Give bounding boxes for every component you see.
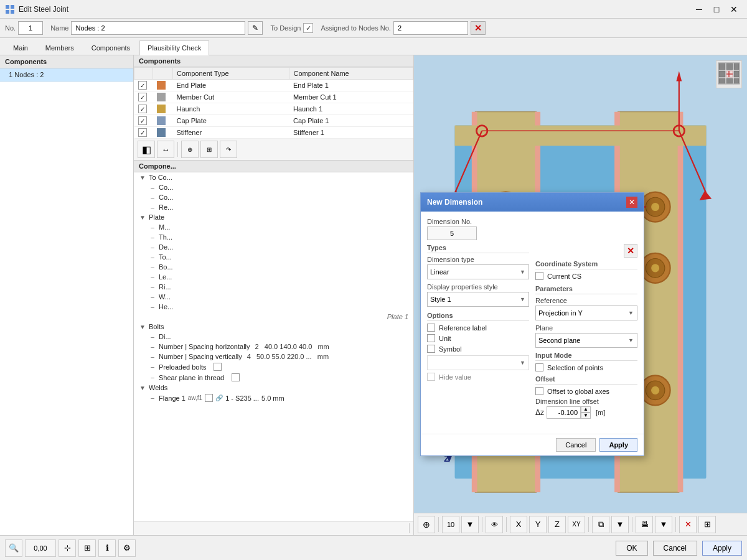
row-color: [157, 128, 166, 137]
tree-item-re1[interactable]: –Re...: [144, 202, 413, 212]
to-design-checkbox[interactable]: [303, 23, 313, 33]
hide-value-checkbox[interactable]: [427, 373, 435, 381]
delete-button[interactable]: ✕: [624, 244, 637, 258]
canvas-toolbar-btn3[interactable]: ▼: [461, 516, 479, 533]
tree-item[interactable]: –Di...: [144, 332, 413, 342]
symbol-checkbox[interactable]: [427, 345, 435, 353]
canvas-toolbar-btn4[interactable]: 👁: [486, 516, 503, 533]
cancel-button[interactable]: Cancel: [556, 438, 596, 452]
tab-members[interactable]: Members: [37, 40, 82, 55]
tab-plausibility[interactable]: Plausibility Check: [139, 40, 209, 55]
tree-item-shear[interactable]: – Shear plane in thread: [144, 372, 413, 383]
bottom-apply-button[interactable]: Apply: [702, 541, 742, 556]
tree-item[interactable]: –Le...: [144, 272, 413, 282]
tree-item[interactable]: –To...: [144, 252, 413, 262]
search-button[interactable]: 🔍: [5, 539, 22, 557]
select-btn[interactable]: ⊞: [78, 539, 96, 557]
ref-label-checkbox[interactable]: [427, 324, 435, 332]
svg-rect-53: [734, 63, 739, 70]
tab-components[interactable]: Components: [83, 40, 138, 55]
canvas-toolbar-btn11[interactable]: ▼: [655, 516, 672, 533]
ok-button[interactable]: OK: [616, 541, 647, 556]
shear-checkbox[interactable]: [232, 373, 240, 381]
tree-item[interactable]: –Th...: [144, 232, 413, 242]
spinbox-down[interactable]: ▼: [581, 413, 591, 419]
canvas-toolbar-btn13[interactable]: ⊞: [698, 516, 716, 533]
canvas-toolbar-btn12[interactable]: ✕: [679, 516, 697, 533]
comp-toolbar-btn1[interactable]: ⊕: [181, 141, 199, 158]
no-input[interactable]: [18, 21, 43, 35]
tree-item[interactable]: –M...: [144, 222, 413, 232]
tree-label: Th...: [159, 233, 172, 241]
tree-item[interactable]: –W...: [144, 292, 413, 302]
tree-item-plate[interactable]: ▼ Plate: [134, 212, 413, 222]
apply-button[interactable]: Apply: [599, 438, 637, 452]
info-btn[interactable]: ℹ: [98, 539, 116, 557]
col-color: [153, 68, 173, 80]
value-input-btn[interactable]: 0,00: [25, 539, 56, 557]
row-checkbox[interactable]: ✓: [138, 128, 147, 137]
canvas-toolbar-btn5[interactable]: X: [510, 516, 527, 533]
canvas-toolbar-btn10[interactable]: ▼: [611, 516, 629, 533]
reference-select[interactable]: Projection in Y Projection in X Projecti…: [535, 306, 637, 320]
tree-item[interactable]: –Bo...: [144, 262, 413, 272]
tree-item-co2[interactable]: –Co...: [144, 192, 413, 202]
comp-toolbar-btn3[interactable]: ↷: [220, 141, 237, 158]
row-checkbox[interactable]: ✓: [138, 116, 147, 125]
bottom-cancel-button[interactable]: Cancel: [653, 541, 697, 556]
minimize-button[interactable]: ─: [691, 2, 707, 16]
tree-item[interactable]: –He...: [144, 302, 413, 312]
tree-item[interactable]: – Number | Spacing horizontally 2 40.0 1…: [144, 342, 413, 352]
assigned-input[interactable]: [393, 21, 468, 35]
plane-select[interactable]: First plane Second plane: [535, 333, 637, 348]
display-style-select[interactable]: Style 1 Style 2: [427, 292, 529, 307]
spinbox-up[interactable]: ▲: [581, 406, 591, 413]
dim-no-input[interactable]: [427, 226, 477, 240]
canvas-toolbar-btn1[interactable]: ⊕: [418, 516, 435, 533]
refresh-btn[interactable]: ⚙: [118, 539, 136, 557]
canvas-toolbar-btn6[interactable]: Y: [529, 516, 547, 533]
list-item-nodes[interactable]: 1 Nodes : 2: [0, 68, 133, 82]
dim-type-label: Dimension type: [427, 256, 529, 263]
tree-item[interactable]: –De...: [144, 242, 413, 252]
tree-item-toco[interactable]: ▼ To Co...: [134, 172, 413, 182]
tree-item[interactable]: –Ri...: [144, 282, 413, 292]
name-input[interactable]: [71, 21, 245, 35]
tree-item-bolts[interactable]: ▼ Bolts: [134, 322, 413, 332]
unit-checkbox[interactable]: [427, 334, 435, 342]
row-checkbox[interactable]: ✓: [138, 81, 147, 90]
tree-item-co1[interactable]: –Co...: [144, 182, 413, 192]
edit-name-button[interactable]: ✎: [248, 21, 263, 35]
tree-code: aw,f1: [188, 394, 202, 401]
view-btn[interactable]: ◧: [138, 141, 155, 158]
dim-line-offset-input[interactable]: [547, 406, 581, 419]
arrow-btn[interactable]: ↔: [157, 141, 174, 158]
row-type: Stiffener: [173, 127, 289, 139]
dim-type-select[interactable]: Linear Angular Radius: [427, 264, 529, 279]
cursor-btn[interactable]: ⊹: [59, 539, 76, 557]
canvas-toolbar-btn7[interactable]: Z: [548, 516, 566, 533]
canvas-toolbar-btn2[interactable]: 10: [442, 516, 459, 533]
selection-points-checkbox[interactable]: [535, 363, 543, 371]
symbol-select[interactable]: [427, 355, 529, 370]
tree-item-welds[interactable]: ▼ Welds: [134, 383, 413, 393]
tree-item-flange[interactable]: – Flange 1 aw,f1 🔗 1 - S235 ... 5.0 mm: [144, 393, 413, 403]
dialog-close-button[interactable]: ✕: [626, 197, 637, 208]
preloaded-checkbox[interactable]: [214, 363, 222, 371]
comp-toolbar-btn2[interactable]: ⊞: [200, 141, 218, 158]
canvas-print-btn[interactable]: 🖶: [636, 516, 653, 533]
tab-main[interactable]: Main: [5, 40, 36, 55]
canvas-toolbar-btn8[interactable]: XY: [568, 516, 585, 533]
delete-assigned-button[interactable]: ✕: [471, 21, 486, 35]
weld-checkbox[interactable]: [205, 394, 213, 402]
tree-item[interactable]: – Number | Spacing vertically 4 50.0 55.…: [144, 352, 413, 362]
scrollbar[interactable]: [138, 523, 410, 533]
row-checkbox[interactable]: ✓: [138, 93, 147, 101]
canvas-toolbar-btn9[interactable]: ⧉: [592, 516, 609, 533]
maximize-button[interactable]: □: [708, 2, 725, 16]
tree-item-preloaded[interactable]: – Preloaded bolts: [144, 362, 413, 372]
close-button[interactable]: ✕: [726, 2, 742, 16]
row-checkbox[interactable]: ✓: [138, 105, 147, 113]
offset-global-checkbox[interactable]: [535, 387, 543, 395]
current-cs-checkbox[interactable]: [535, 272, 543, 280]
